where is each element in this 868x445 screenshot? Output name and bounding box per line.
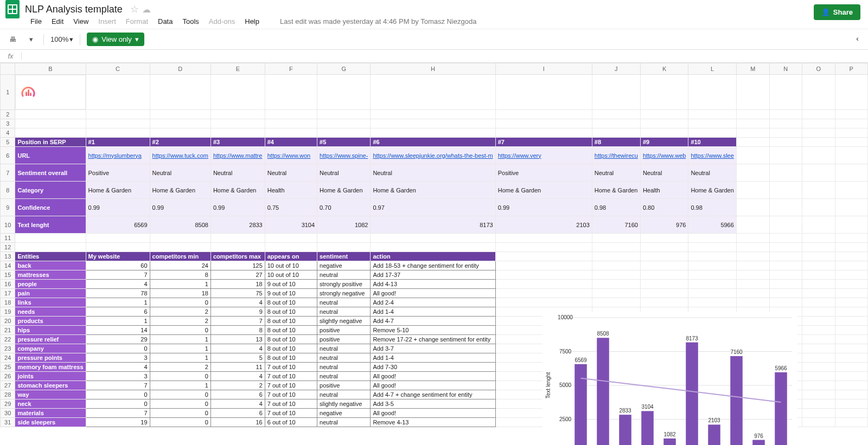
cell[interactable] [802, 390, 835, 399]
cell[interactable] [495, 270, 592, 280]
cell[interactable] [802, 363, 835, 372]
cell[interactable]: 4 [210, 399, 265, 409]
cell[interactable]: https://www.sleepjunkie.org/whats-the-be… [371, 147, 495, 164]
menu-help[interactable]: Help [245, 17, 259, 25]
cell[interactable]: 2 [210, 381, 265, 390]
cell[interactable] [592, 298, 640, 307]
cell[interactable] [317, 234, 371, 243]
cell[interactable]: products [15, 317, 86, 326]
col-header[interactable]: K [640, 63, 688, 75]
cell[interactable]: 18 [210, 280, 265, 289]
row-header[interactable]: 28 [1, 390, 15, 399]
cell[interactable]: 0.99 [495, 199, 592, 216]
cell[interactable] [150, 128, 210, 138]
cell[interactable] [835, 128, 867, 138]
cell[interactable] [802, 280, 835, 289]
cell[interactable]: 8 out of 10 [265, 307, 317, 317]
chart[interactable]: 0250050007500100006569185082283333104410… [542, 312, 797, 445]
cell[interactable] [736, 298, 769, 307]
cell[interactable]: 4 [86, 363, 150, 372]
cell[interactable] [592, 270, 640, 280]
cell[interactable]: 0.70 [317, 199, 371, 216]
cell[interactable]: 0.97 [371, 199, 495, 216]
cell[interactable]: #1 [86, 138, 150, 147]
cell[interactable]: Home & Garden [371, 182, 495, 199]
cell[interactable] [736, 182, 769, 199]
cell[interactable]: action [371, 252, 495, 261]
cell[interactable]: Add 1-4 [371, 307, 495, 317]
cell[interactable] [736, 164, 769, 182]
cell[interactable] [640, 270, 688, 280]
cell[interactable]: https://www.tuck.com [150, 147, 210, 164]
cell[interactable]: strongly negative [317, 289, 371, 298]
cell[interactable]: Neutral [688, 164, 736, 182]
cell[interactable]: #2 [150, 138, 210, 147]
cell[interactable] [802, 372, 835, 381]
row-header[interactable]: 8 [1, 182, 15, 199]
cell[interactable] [769, 138, 802, 147]
cell[interactable]: https://www.mattre [210, 147, 265, 164]
sheets-icon[interactable] [5, 0, 20, 18]
row-header[interactable]: 4 [1, 128, 15, 138]
row-header[interactable]: 3 [1, 119, 15, 128]
cell[interactable] [371, 119, 495, 128]
cell[interactable]: 5966 [688, 216, 736, 234]
row-header[interactable]: 29 [1, 399, 15, 409]
cell[interactable] [835, 317, 867, 326]
cell[interactable] [688, 261, 736, 270]
cell[interactable] [802, 138, 835, 147]
url-link[interactable]: https://www.sleepjunkie.org/whats-the-be… [373, 152, 493, 159]
cell[interactable]: 6 [210, 409, 265, 418]
cell[interactable]: neutral [317, 344, 371, 353]
cell[interactable]: Sentiment overall [15, 164, 86, 182]
row-header[interactable]: 30 [1, 409, 15, 418]
col-header[interactable]: C [86, 63, 150, 75]
cell[interactable] [802, 289, 835, 298]
cell[interactable]: 0.98 [592, 199, 640, 216]
cell[interactable]: pressure relief [15, 335, 86, 344]
cell[interactable] [495, 289, 592, 298]
url-link[interactable]: https://www.tuck.com [152, 152, 208, 159]
cell[interactable] [802, 298, 835, 307]
cell[interactable]: 7 out of 10 [265, 381, 317, 390]
cell[interactable]: 1 [150, 280, 210, 289]
cell[interactable] [802, 164, 835, 182]
cell[interactable] [802, 243, 835, 252]
cell[interactable]: Positive [86, 164, 150, 182]
cell[interactable] [265, 119, 317, 128]
cell[interactable]: neutral [317, 390, 371, 399]
menu-view[interactable]: View [73, 17, 88, 25]
cell[interactable] [835, 409, 867, 418]
cell[interactable]: 4 [210, 372, 265, 381]
cell[interactable]: Add 3-7 [371, 344, 495, 353]
cell[interactable]: 75 [210, 289, 265, 298]
cell[interactable]: 8 [210, 326, 265, 335]
print-icon[interactable]: 🖶 [7, 35, 18, 43]
cell[interactable]: https://www.won [265, 147, 317, 164]
cell[interactable]: 7 out of 10 [265, 372, 317, 381]
cell[interactable]: 14 [86, 326, 150, 335]
cell[interactable] [835, 307, 867, 317]
cell[interactable]: 4 [210, 298, 265, 307]
cell[interactable]: Category [15, 182, 86, 199]
row-header[interactable]: 14 [1, 261, 15, 270]
cell[interactable]: 8173 [371, 216, 495, 234]
cell[interactable]: 0 [150, 298, 210, 307]
cell[interactable]: Home & Garden [688, 182, 736, 199]
cell[interactable]: 3 [86, 353, 150, 363]
cell[interactable] [802, 147, 835, 164]
cell[interactable] [736, 110, 769, 119]
cell[interactable] [769, 216, 802, 234]
cell[interactable]: 2833 [210, 216, 265, 234]
url-link[interactable]: https://www.web [643, 152, 686, 159]
cell[interactable] [371, 110, 495, 119]
row-header[interactable]: 5 [1, 138, 15, 147]
cell[interactable]: Health [640, 182, 688, 199]
cell[interactable] [15, 128, 86, 138]
cell[interactable]: 13 [210, 335, 265, 344]
cell[interactable] [640, 261, 688, 270]
col-header[interactable]: J [592, 63, 640, 75]
row-header[interactable]: 23 [1, 344, 15, 353]
cell[interactable] [835, 164, 867, 182]
cell[interactable]: sentiment [317, 252, 371, 261]
